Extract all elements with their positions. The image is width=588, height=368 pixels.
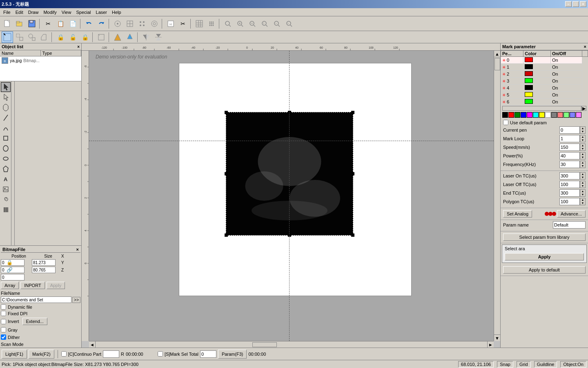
undo-btn[interactable] <box>83 18 95 29</box>
power-spin[interactable]: ▲▼ <box>580 152 586 159</box>
swatch-cyan[interactable] <box>533 112 539 118</box>
close-btn[interactable]: × <box>580 1 586 7</box>
cut-btn[interactable]: ✂ <box>42 18 54 29</box>
unlock-tool[interactable]: 🔓 <box>67 31 78 43</box>
set-analog-btn[interactable]: Set Analog <box>503 210 532 218</box>
swatch-yellow[interactable] <box>539 112 545 118</box>
polygon-tc-input[interactable] <box>559 198 580 205</box>
continuo-input[interactable] <box>103 350 119 358</box>
mark-btn[interactable]: Mark(F2) <box>29 350 54 359</box>
select-rect-tool[interactable] <box>14 31 25 43</box>
dynamic-file-check[interactable] <box>1 304 6 310</box>
grid-btn3[interactable] <box>136 18 148 29</box>
invert-check[interactable] <box>1 319 6 324</box>
apply-btn[interactable]: Apply <box>47 282 65 289</box>
pen-row-2[interactable]: ✳ 2 On <box>501 71 588 78</box>
guideline-status[interactable]: Guildline <box>534 361 557 368</box>
rect-tool[interactable] <box>1 133 11 143</box>
swatch-green[interactable] <box>514 112 520 118</box>
filename-input[interactable] <box>1 296 71 303</box>
grid-btn4[interactable] <box>149 18 160 29</box>
pen-row-3[interactable]: ✳ 3 On <box>501 78 588 85</box>
lock-tool[interactable]: 🔒 <box>55 31 66 43</box>
handle-mr[interactable] <box>351 172 354 175</box>
table-btn[interactable] <box>194 18 205 29</box>
paste-btn[interactable]: 📄 <box>67 18 78 29</box>
use-default-check[interactable] <box>503 120 508 125</box>
mirror-v-tool[interactable] <box>153 31 164 43</box>
snap-status[interactable]: Snap <box>497 361 513 368</box>
zoom-window-btn[interactable]: › <box>283 18 295 29</box>
scroll-up-btn[interactable]: ▲ <box>494 51 500 57</box>
lock2-tool[interactable]: 🔒 <box>79 31 91 43</box>
save2-btn[interactable]: H <box>165 18 176 29</box>
swatch-lightred[interactable] <box>557 112 563 118</box>
gray-check[interactable] <box>1 327 6 332</box>
mark-loop-input[interactable] <box>559 135 580 142</box>
mirror-h-tool[interactable] <box>140 31 152 43</box>
dither-check[interactable] <box>1 334 6 340</box>
handle-tl[interactable] <box>225 111 228 114</box>
laser-on-input[interactable] <box>559 172 580 180</box>
scroll-thumb-v[interactable] <box>494 58 500 70</box>
canvas-area[interactable]: -120 -100 -80 -60 -40 -20 0 20 40 60 80 … <box>82 43 500 348</box>
object-status[interactable]: Object:On <box>560 361 586 368</box>
handle-tc[interactable] <box>288 111 291 114</box>
pen-row-4[interactable]: ✳ 4 On <box>501 85 588 92</box>
laser-off-spin[interactable]: ▲▼ <box>580 181 586 188</box>
laser-on-spin[interactable]: ▲▼ <box>580 172 586 180</box>
continuo-part-check[interactable] <box>61 351 67 357</box>
mark-loop-spin[interactable]: ▲▼ <box>580 135 586 142</box>
scroll-left-btn[interactable]: ◄ <box>89 341 96 348</box>
swatch-lightmagenta[interactable] <box>576 112 581 118</box>
select-area-apply-btn[interactable]: Apply <box>505 253 584 260</box>
menu-file[interactable]: File <box>1 9 13 16</box>
handle-bc[interactable] <box>288 233 291 237</box>
object-list-close[interactable]: × <box>77 45 80 49</box>
transform-tool[interactable] <box>96 31 107 43</box>
advance-btn[interactable]: Advance... <box>557 210 586 218</box>
scroll-right-btn[interactable]: ► <box>487 341 494 348</box>
swatch-lightblue[interactable] <box>570 112 575 118</box>
scroll-down-btn[interactable]: ▼ <box>494 334 500 341</box>
scrollbar-bottom[interactable]: ◄ ► <box>89 341 494 348</box>
scrollbar-right[interactable]: ▲ ▼ <box>494 51 500 341</box>
handle-br[interactable] <box>351 233 354 237</box>
scissors-btn[interactable]: ✂ <box>177 18 189 29</box>
freq-spin[interactable]: ▲▼ <box>580 161 586 168</box>
mark-sel-input[interactable] <box>200 350 216 358</box>
zoom-actual-btn[interactable]: ! <box>259 18 270 29</box>
menu-help[interactable]: Help <box>109 9 124 16</box>
dots-btn[interactable] <box>206 18 217 29</box>
text-tool[interactable]: A <box>1 174 11 184</box>
end-tc-input[interactable] <box>559 189 580 197</box>
swatch-lightgreen[interactable] <box>564 112 569 118</box>
select-param-btn[interactable]: Select param from library <box>503 233 586 241</box>
bitmap-panel-close[interactable]: × <box>76 247 79 252</box>
mark-sel-check[interactable] <box>158 351 163 357</box>
menu-view[interactable]: View <box>59 9 74 16</box>
pen-row-6[interactable]: ✳ 6 On <box>501 99 588 105</box>
extend-btn[interactable]: Extend... <box>22 318 47 325</box>
param-name-input[interactable] <box>553 221 586 229</box>
current-pen-spin[interactable]: ▲▼ <box>580 126 586 134</box>
select-circle-tool[interactable] <box>26 31 38 43</box>
power-input[interactable] <box>559 152 580 159</box>
curve-tool[interactable] <box>1 123 11 133</box>
link-icon[interactable]: 🔗 <box>7 267 31 273</box>
object-list-content[interactable]: B ya.jpg Bitmap... <box>0 56 81 81</box>
handle-bl[interactable] <box>225 233 228 237</box>
save-btn[interactable] <box>26 18 38 29</box>
image-tool[interactable] <box>1 184 11 194</box>
drawing-canvas[interactable]: Demo version-only for evaluation <box>89 51 494 341</box>
pen-row-0[interactable]: ✳ 0 On <box>501 57 588 64</box>
x-size-input[interactable] <box>32 259 56 266</box>
swatch-red[interactable] <box>508 112 514 118</box>
table-scroll-right[interactable]: ▶ <box>581 106 586 111</box>
polygon-tool[interactable] <box>1 164 11 174</box>
inport-btn[interactable]: INPORT <box>20 282 45 289</box>
node-tool[interactable] <box>1 92 11 102</box>
grid-btn1[interactable] <box>112 18 123 29</box>
lock-icon[interactable]: 🔒 <box>7 260 31 265</box>
bitmap-container[interactable] <box>226 112 353 235</box>
